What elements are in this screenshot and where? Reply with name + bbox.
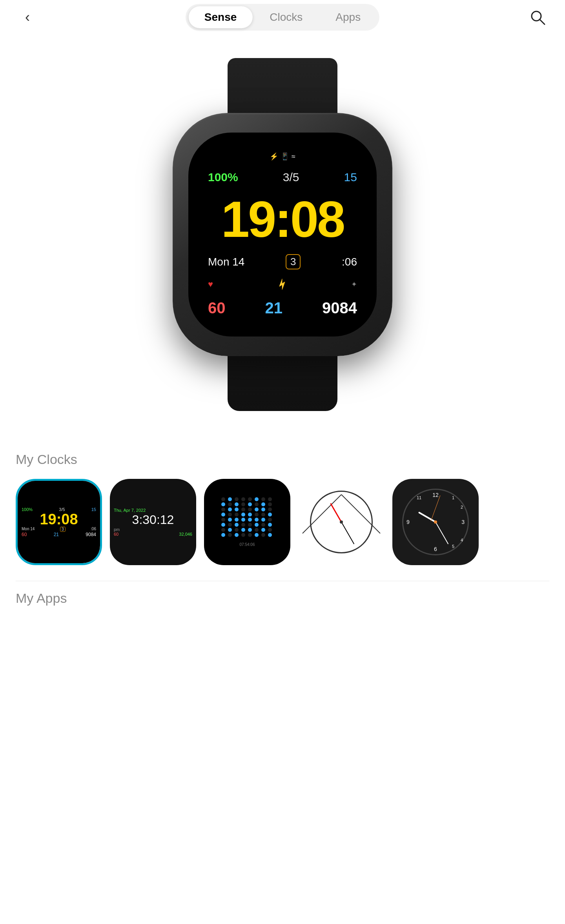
clock-thumb-1-inner: 100% 3/5 15 19:08 Mon 14 3 :06 60 21 908…: [18, 481, 100, 563]
dot: [261, 497, 265, 501]
clock-thumb-1[interactable]: 100% 3/5 15 19:08 Mon 14 3 :06 60 21 908…: [16, 479, 102, 565]
watch-status-icons: ⚡ 📱 ≈: [208, 152, 357, 161]
back-button[interactable]: ‹: [16, 5, 39, 29]
dot: [255, 518, 259, 522]
dot: [221, 518, 225, 522]
dot: [241, 497, 245, 501]
ct1-time: 19:08: [40, 512, 78, 527]
dot: [228, 533, 232, 537]
dot: [241, 523, 245, 527]
classic-face: 12 3 6 9 11 1 2 4 5: [402, 489, 469, 555]
dot: [228, 507, 232, 511]
dot: [261, 523, 265, 527]
dot: [248, 497, 252, 501]
clock-thumb-4[interactable]: [298, 479, 385, 565]
tab-clocks[interactable]: Clocks: [254, 6, 318, 28]
num-12: 12: [432, 492, 439, 498]
dot: [235, 513, 239, 517]
dot: [255, 502, 259, 506]
dot: [235, 518, 239, 522]
dot: [228, 513, 232, 517]
watch-seconds: :06: [342, 256, 357, 268]
dot: [241, 528, 245, 532]
watch-time: 19:08: [221, 194, 344, 245]
ct1-battery: 100%: [22, 507, 33, 512]
clock-thumb-3[interactable]: 07:54:06: [204, 479, 290, 565]
dot: [228, 497, 232, 501]
watch-badge: 3: [286, 254, 301, 269]
dot: [268, 507, 272, 511]
phone-icon: 📱: [281, 152, 289, 161]
watch-active-minutes: 21: [265, 299, 283, 317]
ct2-period: pm: [114, 527, 192, 532]
analog-face-4: [310, 491, 373, 553]
header: ‹ Sense Clocks Apps: [0, 0, 565, 35]
dot: [221, 528, 225, 532]
dot: [248, 533, 252, 537]
dot: [241, 518, 245, 522]
classic-center-dot: [434, 520, 437, 524]
ct3-time-text: 07:54:06: [240, 542, 255, 547]
dot: [228, 523, 232, 527]
watch-steps: 9084: [322, 299, 357, 317]
ct1-hr: 60: [22, 532, 27, 537]
num-4: 4: [461, 538, 463, 542]
dot: [241, 502, 245, 506]
dot: [248, 518, 252, 522]
clock-thumb-5[interactable]: 12 3 6 9 11 1 2 4 5: [392, 479, 479, 565]
ct1-num: 15: [91, 507, 96, 512]
num-9: 9: [406, 519, 410, 525]
watch-battery: 100%: [208, 171, 238, 184]
dot: [248, 513, 252, 517]
num-5: 5: [452, 544, 454, 549]
dot: [261, 518, 265, 522]
watch-body: ⚡ 📱 ≈ 100% 3/5 15 19:08 Mon 14: [173, 113, 392, 356]
dot: [221, 513, 225, 517]
dot: [241, 533, 245, 537]
watch-bottom-icons: ♥ ⚡ ✦: [208, 279, 357, 289]
dot: [255, 523, 259, 527]
dot: [268, 513, 272, 517]
dot: [268, 528, 272, 532]
dot: [235, 497, 239, 501]
search-button[interactable]: [526, 5, 549, 29]
dot: [255, 513, 259, 517]
center-dot: [340, 520, 343, 524]
ct1-day: Mon 14: [22, 527, 35, 532]
bolt-icon: ⚡: [275, 277, 289, 291]
dot: [248, 528, 252, 532]
ct2-hr: 60: [114, 532, 118, 537]
ct1-steps: 9084: [86, 532, 96, 537]
ct2-time: 3:30:12: [132, 513, 174, 527]
dot: [268, 502, 272, 506]
minute-hand: [341, 522, 354, 544]
tab-sense[interactable]: Sense: [189, 6, 253, 28]
lightning-icon: ⚡: [270, 152, 278, 161]
heart-icon: ♥: [208, 279, 213, 289]
watch-date-fraction: 3/5: [283, 171, 299, 184]
hour-hand: [330, 503, 342, 522]
watch-screen: ⚡ 📱 ≈ 100% 3/5 15 19:08 Mon 14: [188, 133, 377, 336]
watch-wrapper: ⚡ 📱 ≈ 100% 3/5 15 19:08 Mon 14: [149, 58, 416, 411]
clock-thumb-3-inner: 07:54:06: [204, 479, 290, 565]
cross-hand-2: [341, 494, 380, 533]
dots-icon: ✦: [351, 280, 357, 289]
clock-thumb-2[interactable]: Thu, Apr 7, 2022 3:30:12 pm 60 32,046: [110, 479, 196, 565]
dot: [248, 507, 252, 511]
dot: [228, 502, 232, 506]
dot: [235, 507, 239, 511]
svg-line-1: [540, 20, 545, 24]
dot: [268, 533, 272, 537]
ct1-act: 21: [54, 532, 59, 537]
dot: [255, 528, 259, 532]
num-2: 2: [461, 505, 463, 509]
watch-face: ⚡ 📱 ≈ 100% 3/5 15 19:08 Mon 14: [204, 144, 361, 325]
tab-apps[interactable]: Apps: [320, 6, 376, 28]
search-icon: [529, 9, 546, 26]
ct2-steps: 32,046: [179, 532, 192, 537]
watch-bottom-stats: 60 21 9084: [208, 299, 357, 317]
num-3: 3: [461, 519, 465, 525]
dot: [221, 523, 225, 527]
ct2-date: Thu, Apr 7, 2022: [114, 508, 192, 513]
dot: [221, 497, 225, 501]
